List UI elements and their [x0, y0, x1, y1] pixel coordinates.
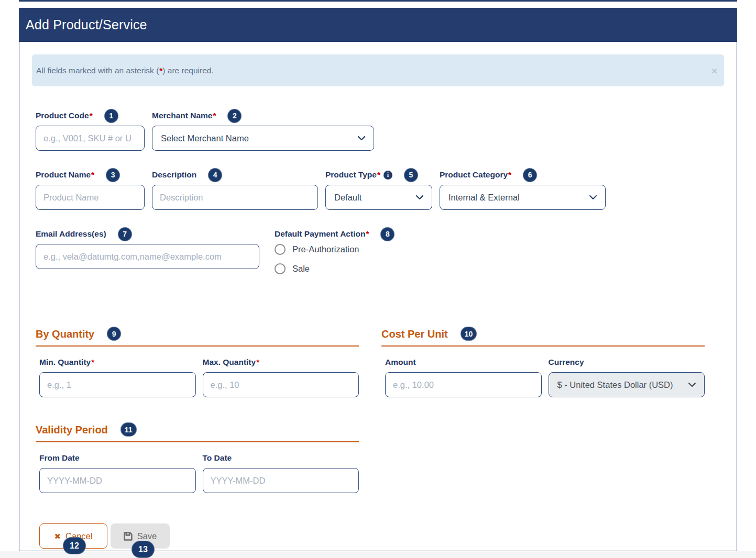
product-name-input[interactable] — [36, 185, 145, 210]
from-date-label: From Date — [39, 453, 196, 463]
radio-sale[interactable]: Sale — [275, 263, 395, 274]
section-title: Validity Period — [36, 423, 108, 437]
selected-value: Default — [334, 193, 361, 203]
card-header: Add Product/Service — [19, 8, 737, 42]
radio-circle-icon[interactable] — [275, 263, 286, 274]
validity-period-fields: From Date To Date — [36, 453, 359, 493]
product-code-field: Product Code* 1 — [36, 110, 145, 151]
add-product-service-card: Add Product/Service All fields marked wi… — [19, 8, 737, 551]
page-title: Add Product/Service — [26, 17, 147, 32]
chevron-down-icon — [688, 383, 696, 387]
product-type-label: Product Type* i 5 — [325, 170, 432, 180]
selected-value: Select Merchant Name — [161, 133, 249, 143]
product-category-label: Product Category* 6 — [440, 170, 606, 180]
amount-label: Amount — [385, 357, 542, 367]
required-asterisk: * — [256, 357, 259, 367]
step-badge-13: 13 — [132, 541, 155, 558]
alert-text: All fields marked with an asterisk (*) a… — [36, 66, 214, 75]
product-type-select[interactable]: Default — [325, 185, 432, 210]
min-quantity-label: Min. Quantity* — [39, 357, 196, 367]
radio-pre-authorization[interactable]: Pre-Authorization — [275, 244, 395, 255]
description-input[interactable] — [152, 185, 318, 210]
product-type-field: Product Type* i 5 Default — [325, 170, 432, 210]
currency-select[interactable]: $ - United States Dollar (USD) — [549, 372, 705, 397]
step-badge-10: 10 — [461, 327, 477, 341]
step-badge-9: 9 — [107, 327, 121, 341]
section-title: By Quantity — [36, 327, 94, 341]
step-badge-4: 4 — [208, 168, 222, 182]
required-fields-alert: All fields marked with an asterisk (*) a… — [32, 54, 724, 86]
chevron-down-icon — [358, 136, 365, 141]
required-asterisk: * — [366, 229, 369, 239]
min-quantity-field: Min. Quantity* — [39, 357, 196, 397]
amount-input[interactable] — [385, 372, 542, 397]
step-badge-1: 1 — [104, 109, 118, 123]
step-badge-12: 12 — [63, 537, 86, 554]
page-background-strip — [0, 551, 756, 558]
form-row-3: Email Address(es) 7 Default Payment Acti… — [36, 229, 724, 283]
to-date-field: To Date — [203, 453, 359, 493]
info-icon[interactable]: i — [384, 171, 392, 180]
merchant-name-field: Merchant Name* 2 Select Merchant Name — [152, 110, 374, 151]
selected-value: $ - United States Dollar (USD) — [557, 380, 673, 390]
cost-per-unit-heading: Cost Per Unit 10 — [381, 327, 705, 347]
sections-row: By Quantity 9 Min. Quantity* — [36, 327, 724, 397]
max-quantity-field: Max. Quantity* — [203, 357, 359, 397]
currency-label: Currency — [549, 357, 705, 367]
default-payment-action-label: Default Payment Action* 8 — [275, 229, 395, 239]
radio-label: Sale — [292, 264, 310, 274]
step-badge-11: 11 — [120, 422, 137, 437]
from-date-field: From Date — [39, 453, 196, 493]
to-date-input[interactable] — [203, 468, 359, 493]
step-badge-5: 5 — [404, 168, 418, 182]
cost-per-unit-section: Cost Per Unit 10 Amount — [381, 327, 705, 397]
max-quantity-label: Max. Quantity* — [203, 357, 359, 367]
chevron-down-icon — [416, 195, 423, 200]
x-icon: ✖ — [54, 532, 61, 540]
selected-value: Internal & External — [448, 193, 520, 203]
by-quantity-heading: By Quantity 9 — [36, 327, 359, 347]
email-label: Email Address(es) 7 — [36, 229, 259, 239]
validity-period-heading: Validity Period 11 — [36, 422, 359, 442]
currency-field: Currency $ - United States Dollar (USD) — [549, 357, 705, 397]
product-category-select[interactable]: Internal & External — [440, 185, 606, 210]
required-asterisk: * — [213, 110, 216, 121]
product-name-label: Product Name* 3 — [36, 170, 145, 180]
from-date-input[interactable] — [39, 468, 196, 493]
product-code-label: Product Code* 1 — [36, 110, 145, 121]
step-badge-3: 3 — [106, 168, 120, 182]
description-label: Description 4 — [152, 170, 318, 180]
merchant-name-label: Merchant Name* 2 — [152, 110, 374, 121]
max-quantity-input[interactable] — [203, 372, 359, 397]
product-code-input[interactable] — [36, 126, 145, 151]
step-badge-2: 2 — [227, 109, 242, 123]
form-row-2: Product Name* 3 Description 4 — [36, 170, 724, 210]
required-asterisk: * — [91, 170, 94, 180]
section-title: Cost Per Unit — [381, 327, 448, 341]
required-asterisk: * — [377, 170, 380, 180]
amount-field: Amount — [385, 357, 542, 397]
min-quantity-input[interactable] — [39, 372, 196, 397]
product-category-field: Product Category* 6 Internal & External — [440, 170, 606, 210]
page: Add Product/Service All fields marked wi… — [0, 0, 756, 558]
to-date-label: To Date — [203, 453, 359, 463]
cost-per-unit-fields: Amount Currency $ - United States Dollar… — [381, 357, 705, 397]
radio-circle-icon[interactable] — [275, 244, 286, 255]
validity-period-section: Validity Period 11 From Date To Dat — [36, 422, 359, 493]
email-input[interactable] — [36, 244, 259, 269]
radio-label: Pre-Authorization — [292, 244, 359, 254]
step-badge-8: 8 — [380, 227, 395, 241]
product-name-field: Product Name* 3 — [36, 170, 145, 210]
required-asterisk: * — [90, 110, 93, 121]
required-asterisk: * — [508, 170, 511, 180]
form-row-1: Product Code* 1 Merchant Name* 2 Select … — [36, 110, 724, 151]
save-icon — [124, 532, 133, 541]
by-quantity-section: By Quantity 9 Min. Quantity* — [36, 327, 359, 397]
required-asterisk: * — [91, 357, 94, 367]
step-badge-7: 7 — [118, 227, 132, 241]
chevron-down-icon — [589, 195, 597, 200]
close-icon[interactable]: × — [711, 65, 717, 75]
by-quantity-fields: Min. Quantity* Max. Quantity* — [36, 357, 359, 397]
step-badge-6: 6 — [523, 168, 537, 182]
merchant-name-select[interactable]: Select Merchant Name — [152, 126, 374, 151]
